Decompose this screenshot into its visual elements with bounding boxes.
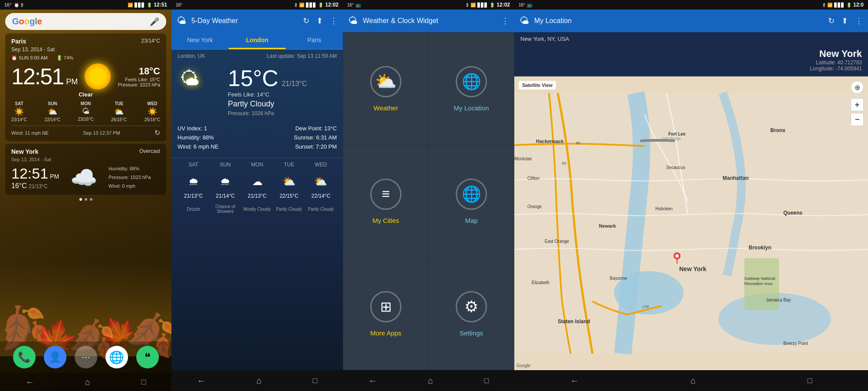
paris-alarm: ⏰ SUN 9:00 AM [11,55,48,61]
map-svg: Hackensack Fort Lee Bronx Clifton Secauc… [514,76,868,370]
nav-home-4[interactable] [690,376,696,386]
google-watermark: Google [516,363,530,368]
p2-city-tabs: New York London Paris [171,32,343,50]
grid-item-map[interactable]: 🌐 Map [429,145,514,257]
p3-screen-icon: 📺 [355,3,361,7]
p4-time: 12:0 [853,2,864,8]
p2-forecast-header: SAT SUN MON TUE WED [171,158,343,171]
zoom-out-btn[interactable]: − [851,113,864,126]
paris-date: Sep 13, 2014 - Sat [11,46,160,53]
tab-new-york[interactable]: New York [171,32,229,49]
satellite-view-btn[interactable]: Satellite View [519,81,556,89]
p4-status-left: 16° 📺 [519,3,532,7]
p2-title: 5-Day Weather [191,17,298,25]
mic-icon[interactable]: 🎤 [150,17,159,27]
p2-status-bar: 16° ₿ 📶 ▊▊▊ 🔋 12:02 [171,0,343,10]
svg-text:Secaucus: Secaucus [666,165,685,170]
p4-search-value: New York, NY, USA [520,36,862,42]
nav-bar-2 [171,370,343,391]
p4-share-icon[interactable]: ⬆ [842,16,848,26]
nav-bar-4 [514,370,868,391]
dock-contacts[interactable]: 👤 [44,346,66,368]
svg-text:Brooklyn: Brooklyn [749,245,771,251]
grid-item-more-apps[interactable]: ⊞ More Apps [343,258,428,370]
p3-status-right: ₿ 📶 ▊▊▊ 🔋 12:02 [467,2,510,8]
p2-wind: Wind: 6 mph NE [178,142,257,151]
nav-recent-3[interactable] [484,376,489,385]
dock-chrome[interactable]: 🌐 [105,346,128,368]
p4-toolbar-icons: ↻ ⬆ ⋮ [828,16,863,26]
p4-temp: 16° [519,3,525,7]
svg-text:Hoboken: Hoboken [655,206,673,211]
p2-last-update: Last update: Sep 13 11:59 AM [267,53,337,59]
p4-map[interactable]: Hackensack Fort Lee Bronx Clifton Secauc… [514,76,868,370]
svg-text:Elizabeth: Elizabeth [532,280,549,285]
dock-all-apps[interactable]: ⋯ [75,346,97,368]
p2-status-left: 16° [176,3,182,7]
p3-battery: 🔋 [490,3,495,7]
svg-text:Montclair: Montclair [514,156,532,161]
google-search-bar[interactable]: Google 🎤 [5,13,166,30]
p4-screen-icon: 📺 [527,3,532,7]
ny-city: New York [11,148,39,155]
grid-item-weather[interactable]: ⛅ Weather [343,33,428,145]
nav-back-2[interactable] [197,376,206,386]
dock-quotes[interactable]: ❝ [136,346,159,368]
paris-refresh-icon[interactable]: ↻ [155,129,160,137]
paris-feels: Feels Like: 15°C [118,77,160,82]
nav-recent-1[interactable] [141,378,146,387]
p2-toolbar: 🌤 5-Day Weather ↻ ⬆ ⋮ [171,10,343,32]
grid-item-my-cities[interactable]: ≡ My Cities [343,145,428,257]
nav-home-1[interactable] [85,377,90,387]
panel1-homescreen: 🍂 🍁 🍂 🍁 🍂 16° ⏰ ₿ 📶 ▊▊▊ 🔋 12:51 Google 🎤… [0,0,171,391]
ny-wind: Wind: 0 mph [108,182,151,191]
svg-text:Breezy Point: Breezy Point [783,341,808,346]
zoom-in-btn[interactable]: + [851,98,864,111]
nav-recent-2[interactable] [312,376,317,385]
grid-item-my-location[interactable]: 🌐 My Location [429,33,514,145]
nav-back-1[interactable] [26,377,34,387]
nav-home-2[interactable] [256,376,262,386]
nav-back-4[interactable] [570,376,579,386]
p2-humidity: Humidity: 88% [178,133,257,142]
p4-longitude: Longitude: -74.005941 [520,66,862,72]
p2-temp-big: 15°C [228,65,278,91]
p3-signal: ▊▊▊ [477,3,488,7]
p2-temp-range: 21/13°C [282,80,307,88]
svg-point-26 [675,254,679,258]
paris-wind: Wind: 11 mph NE [11,130,49,136]
nav-bar-3 [343,370,514,391]
p2-share-icon[interactable]: ⬆ [316,16,323,26]
weather-grid-icon: ⛅ [370,66,401,97]
svg-text:Queens: Queens [783,210,802,216]
p4-more-icon[interactable]: ⋮ [855,16,863,26]
p2-location-info: London, UK Last update: Sep 13 11:59 AM [171,50,343,61]
p2-more-icon[interactable]: ⋮ [330,16,338,26]
tab-paris[interactable]: Paris [286,32,343,49]
p3-status-bar: 16° 📺 ₿ 📶 ▊▊▊ 🔋 12:02 [343,0,514,10]
p3-bt: ₿ [467,3,469,7]
p3-app-icon: 🌤 [348,15,358,27]
p2-current-weather: 🌤 15°C 21/13°C Feels Like: 14°C Partly C… [171,61,343,121]
p4-content: New York, NY, USA New York Latitude: 40.… [514,32,868,370]
p1-status-right: 📶 ▊▊▊ 🔋 12:51 [128,2,167,8]
nav-back-3[interactable] [368,376,377,386]
ny-date: Sep 13, 2014 - Sat [11,157,160,162]
p4-title: My Location [534,17,823,25]
p2-refresh-icon[interactable]: ↻ [303,16,309,26]
p2-battery: 🔋 [318,3,323,7]
p4-location-search: New York, NY, USA [514,32,868,46]
settings-grid-icon: ⚙ [456,291,487,322]
p2-weather-icon: 🌤 [178,65,221,109]
paris-temp: 18°C [118,66,160,77]
ny-weather-icon: ☁️ [70,165,97,190]
grid-item-settings[interactable]: ⚙ Settings [429,258,514,370]
p4-latitude: Latitude: 40.712783 [520,60,862,66]
p3-more-icon[interactable]: ⋮ [501,16,509,26]
p4-refresh-icon[interactable]: ↻ [828,16,835,26]
nav-recent-4[interactable] [807,376,812,385]
nav-home-3[interactable] [428,376,433,386]
settings-label: Settings [460,329,483,337]
dock-phone[interactable]: 📞 [13,346,36,368]
tab-london[interactable]: London [229,32,286,49]
